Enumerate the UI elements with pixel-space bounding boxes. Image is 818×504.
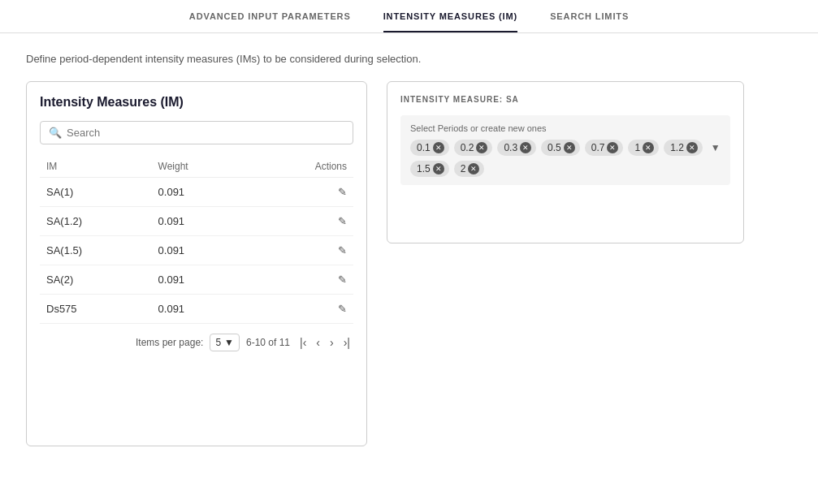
im-cell: Ds575 [40, 295, 152, 324]
tab-bar: Advanced Input Parameters Intensity Meas… [0, 0, 818, 33]
im-cell: SA(2) [40, 265, 152, 295]
weight-cell: 0.091 [152, 207, 251, 236]
table-row: Ds575 0.091 ✎ [40, 295, 353, 324]
weight-cell: 0.091 [152, 178, 251, 207]
period-value: 0.7 [591, 142, 605, 153]
remove-period-button[interactable]: ✕ [433, 142, 444, 153]
im-panel: Intensity Measures (IM) 🔍 IM Weight Acti… [26, 81, 367, 446]
col-header-im: IM [40, 156, 152, 178]
table-row: SA(1) 0.091 ✎ [40, 178, 353, 207]
table-row: SA(1.5) 0.091 ✎ [40, 236, 353, 265]
items-per-page-label: Items per page: [136, 337, 203, 348]
period-chip: 0.1✕ [410, 140, 449, 156]
tab-intensity-measures[interactable]: Intensity Measures (IM) [383, 11, 518, 32]
weight-cell: 0.091 [152, 236, 251, 265]
im-cell: SA(1.5) [40, 236, 152, 265]
period-value: 1 [634, 142, 640, 153]
remove-period-button[interactable]: ✕ [520, 142, 531, 153]
remove-period-button[interactable]: ✕ [468, 163, 479, 174]
last-page-button[interactable]: ›| [340, 334, 353, 351]
table-row: SA(2) 0.091 ✎ [40, 265, 353, 295]
periods-label: Select Periods or create new ones [410, 123, 721, 133]
im-table: IM Weight Actions SA(1) 0.091 ✎ SA(1.2) … [40, 156, 353, 324]
period-value: 2 [461, 163, 466, 174]
period-chip: 1.5✕ [410, 161, 449, 177]
next-page-button[interactable]: › [327, 334, 337, 351]
chevron-down-icon: ▼ [224, 337, 234, 348]
first-page-button[interactable]: |‹ [296, 334, 309, 351]
page-range: 6-10 of 11 [246, 337, 290, 348]
actions-cell: ✎ [250, 295, 353, 324]
actions-cell: ✎ [250, 178, 353, 207]
remove-period-button[interactable]: ✕ [433, 163, 444, 174]
im-detail-title: INTENSITY MEASURE: SA [400, 95, 730, 104]
im-cell: SA(1) [40, 178, 152, 207]
page-nav-buttons: |‹ ‹ › ›| [296, 334, 353, 351]
remove-period-button[interactable]: ✕ [476, 142, 487, 153]
table-row: SA(1.2) 0.091 ✎ [40, 207, 353, 236]
col-header-actions: Actions [250, 156, 353, 178]
edit-icon[interactable]: ✎ [338, 303, 347, 315]
remove-period-button[interactable]: ✕ [607, 142, 618, 153]
per-page-select[interactable]: 5 ▼ [210, 334, 240, 351]
actions-cell: ✎ [250, 236, 353, 265]
remove-period-button[interactable]: ✕ [564, 142, 575, 153]
period-value: 1.2 [670, 142, 684, 153]
actions-cell: ✎ [250, 265, 353, 295]
prev-page-button[interactable]: ‹ [313, 334, 323, 351]
main-layout: Intensity Measures (IM) 🔍 IM Weight Acti… [26, 81, 792, 446]
col-header-weight: Weight [152, 156, 251, 178]
per-page-value: 5 [215, 337, 221, 348]
search-box: 🔍 [40, 121, 353, 144]
periods-area: Select Periods or create new ones 0.1✕0.… [400, 115, 730, 185]
period-chip: 1✕ [628, 140, 659, 156]
period-value: 0.2 [461, 142, 474, 153]
page-description: Define period-dependent intensity measur… [26, 53, 792, 65]
search-input[interactable] [67, 127, 344, 139]
period-chip: 0.7✕ [585, 140, 624, 156]
period-value: 0.1 [417, 142, 431, 153]
chevron-down-icon[interactable]: ▼ [711, 142, 721, 153]
period-value: 1.5 [417, 163, 431, 174]
edit-icon[interactable]: ✎ [338, 274, 347, 286]
actions-cell: ✎ [250, 207, 353, 236]
remove-period-button[interactable]: ✕ [686, 142, 698, 153]
im-detail-panel: INTENSITY MEASURE: SA Select Periods or … [387, 81, 744, 243]
pagination-row: Items per page: 5 ▼ 6-10 of 11 |‹ ‹ › ›| [40, 334, 353, 351]
period-value: 0.5 [547, 142, 561, 153]
period-chip: 0.5✕ [541, 140, 580, 156]
period-chip: 0.2✕ [454, 140, 493, 156]
page-content: Define period-dependent intensity measur… [0, 33, 818, 466]
period-chip: 2✕ [454, 161, 485, 177]
edit-icon[interactable]: ✎ [338, 215, 347, 227]
period-chip: 0.3✕ [497, 140, 536, 156]
period-chip: 1.2✕ [664, 140, 703, 156]
im-cell: SA(1.2) [40, 207, 152, 236]
weight-cell: 0.091 [152, 265, 251, 295]
periods-row: 0.1✕0.2✕0.3✕0.5✕0.7✕1✕1.2✕▼1.5✕2✕ [410, 140, 721, 177]
im-panel-title: Intensity Measures (IM) [40, 95, 353, 110]
search-icon: 🔍 [49, 127, 62, 139]
period-value: 0.3 [504, 142, 517, 153]
remove-period-button[interactable]: ✕ [643, 142, 654, 153]
weight-cell: 0.091 [152, 295, 251, 324]
tab-search-limits[interactable]: Search Limits [550, 11, 629, 32]
edit-icon[interactable]: ✎ [338, 244, 347, 256]
tab-advanced-input[interactable]: Advanced Input Parameters [189, 11, 351, 32]
edit-icon[interactable]: ✎ [338, 186, 347, 198]
